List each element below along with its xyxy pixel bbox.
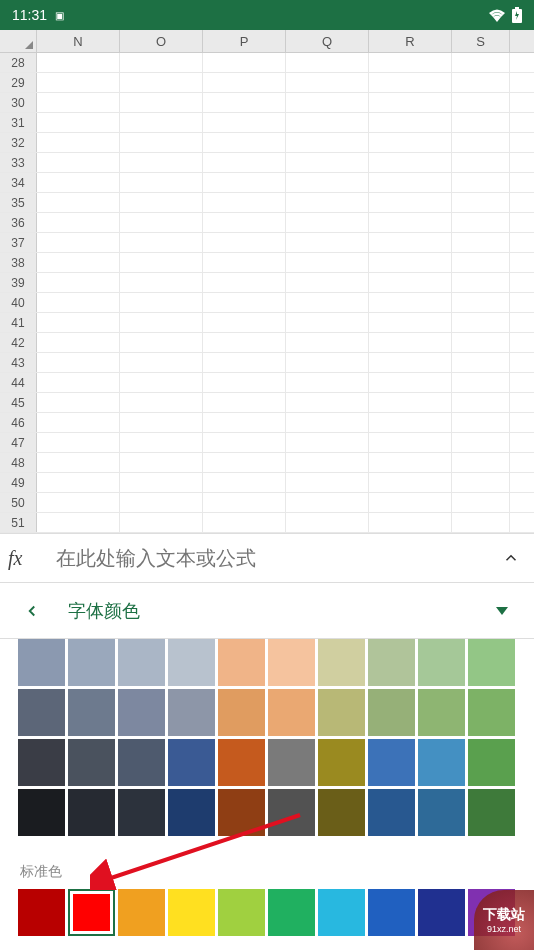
color-swatch[interactable]: [268, 789, 315, 836]
cell[interactable]: [452, 313, 510, 332]
cell[interactable]: [286, 493, 369, 512]
color-swatch[interactable]: [118, 739, 165, 786]
color-swatch[interactable]: [268, 639, 315, 686]
row-header[interactable]: 37: [0, 233, 37, 252]
color-swatch[interactable]: [168, 689, 215, 736]
color-swatch[interactable]: [218, 789, 265, 836]
cell[interactable]: [120, 473, 203, 492]
standard-color-swatch[interactable]: [168, 889, 215, 936]
col-header-n[interactable]: N: [37, 30, 120, 52]
cell[interactable]: [369, 493, 452, 512]
cell[interactable]: [37, 273, 120, 292]
standard-color-swatch[interactable]: [118, 889, 165, 936]
cell[interactable]: [37, 213, 120, 232]
standard-color-swatch[interactable]: [268, 889, 315, 936]
row-header[interactable]: 48: [0, 453, 37, 472]
cell[interactable]: [286, 413, 369, 432]
cell[interactable]: [37, 53, 120, 72]
cell[interactable]: [203, 493, 286, 512]
cell[interactable]: [369, 253, 452, 272]
cell[interactable]: [286, 253, 369, 272]
cell[interactable]: [369, 133, 452, 152]
color-swatch[interactable]: [468, 639, 515, 686]
cell[interactable]: [452, 73, 510, 92]
standard-color-swatch[interactable]: [318, 889, 365, 936]
cell[interactable]: [120, 93, 203, 112]
color-swatch[interactable]: [18, 689, 65, 736]
cell[interactable]: [203, 273, 286, 292]
cell[interactable]: [203, 133, 286, 152]
cell[interactable]: [120, 493, 203, 512]
color-swatch[interactable]: [318, 689, 365, 736]
cell[interactable]: [120, 173, 203, 192]
cell[interactable]: [120, 233, 203, 252]
color-swatch[interactable]: [318, 639, 365, 686]
cell[interactable]: [369, 273, 452, 292]
color-swatch[interactable]: [168, 789, 215, 836]
cell[interactable]: [203, 193, 286, 212]
cell[interactable]: [120, 193, 203, 212]
row-header[interactable]: 34: [0, 173, 37, 192]
cell[interactable]: [369, 353, 452, 372]
cell[interactable]: [286, 333, 369, 352]
cell[interactable]: [286, 373, 369, 392]
cell[interactable]: [203, 313, 286, 332]
color-swatch[interactable]: [468, 689, 515, 736]
panel-dropdown-button[interactable]: [478, 607, 526, 615]
cell[interactable]: [369, 433, 452, 452]
cell[interactable]: [369, 173, 452, 192]
cell[interactable]: [203, 113, 286, 132]
cell[interactable]: [452, 333, 510, 352]
color-swatch[interactable]: [418, 789, 465, 836]
cell[interactable]: [203, 473, 286, 492]
row-header[interactable]: 33: [0, 153, 37, 172]
col-header-s[interactable]: S: [452, 30, 510, 52]
cell[interactable]: [37, 493, 120, 512]
cell[interactable]: [452, 373, 510, 392]
cell[interactable]: [120, 313, 203, 332]
row-header[interactable]: 51: [0, 513, 37, 532]
cell[interactable]: [203, 293, 286, 312]
cell[interactable]: [452, 393, 510, 412]
cell[interactable]: [286, 433, 369, 452]
color-swatch[interactable]: [68, 739, 115, 786]
cell[interactable]: [369, 73, 452, 92]
cell[interactable]: [37, 73, 120, 92]
cell[interactable]: [203, 153, 286, 172]
cell[interactable]: [203, 233, 286, 252]
cell[interactable]: [369, 393, 452, 412]
color-swatch[interactable]: [368, 639, 415, 686]
cell[interactable]: [120, 413, 203, 432]
cell[interactable]: [120, 273, 203, 292]
row-header[interactable]: 49: [0, 473, 37, 492]
cell[interactable]: [203, 453, 286, 472]
cell[interactable]: [203, 373, 286, 392]
row-header[interactable]: 29: [0, 73, 37, 92]
row-header[interactable]: 39: [0, 273, 37, 292]
color-swatch[interactable]: [18, 789, 65, 836]
cell[interactable]: [369, 213, 452, 232]
cell[interactable]: [286, 113, 369, 132]
standard-color-swatch[interactable]: [418, 889, 465, 936]
cell[interactable]: [37, 333, 120, 352]
color-swatch[interactable]: [68, 639, 115, 686]
cell[interactable]: [120, 213, 203, 232]
formula-expand-button[interactable]: [496, 549, 526, 567]
cell[interactable]: [203, 353, 286, 372]
cell[interactable]: [203, 413, 286, 432]
row-header[interactable]: 50: [0, 493, 37, 512]
cell[interactable]: [37, 413, 120, 432]
cell[interactable]: [203, 53, 286, 72]
cell[interactable]: [452, 433, 510, 452]
cell[interactable]: [286, 233, 369, 252]
color-swatch[interactable]: [368, 689, 415, 736]
cell[interactable]: [120, 333, 203, 352]
cell[interactable]: [286, 473, 369, 492]
row-header[interactable]: 36: [0, 213, 37, 232]
cell[interactable]: [369, 193, 452, 212]
cell[interactable]: [203, 393, 286, 412]
cell[interactable]: [37, 433, 120, 452]
cell[interactable]: [286, 193, 369, 212]
cell[interactable]: [369, 233, 452, 252]
standard-color-swatch[interactable]: [18, 889, 65, 936]
